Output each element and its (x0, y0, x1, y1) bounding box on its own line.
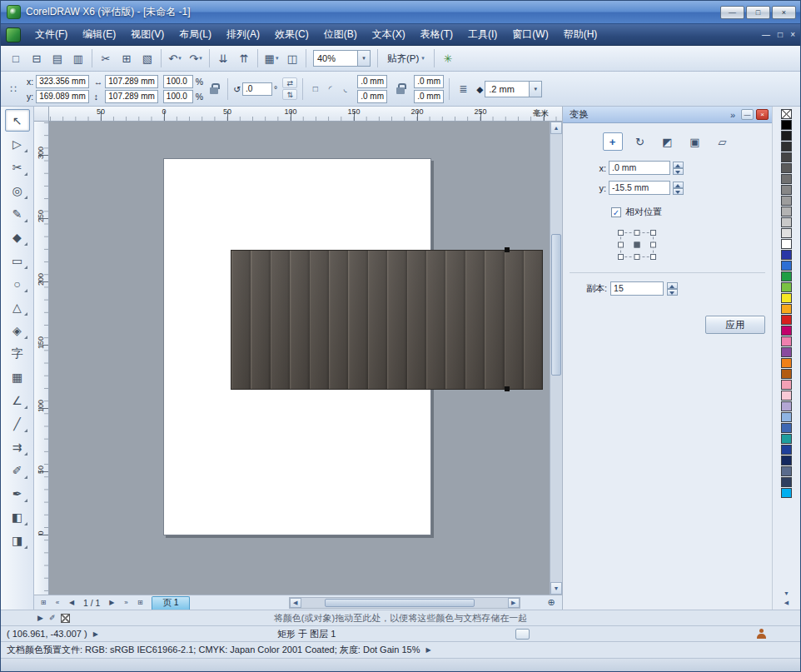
next-page-button[interactable]: ▶ (105, 597, 118, 609)
add-page-button[interactable]: ⊞ (37, 597, 50, 609)
chamfered-corner-button[interactable]: ◟ (338, 82, 352, 95)
menu-bitmaps[interactable]: 位图(B) (316, 24, 365, 45)
corner-radius-bl-field[interactable]: .0 mm (357, 90, 387, 103)
copies-spinner[interactable] (667, 282, 678, 296)
vertical-scrollbar[interactable]: ▲ ▼ (550, 122, 562, 595)
ruler-origin-button[interactable] (34, 107, 49, 122)
document-palette-flyout-icon[interactable]: ▶ (37, 614, 43, 622)
minimize-button[interactable]: — (720, 6, 744, 19)
shape-tool[interactable]: ▷ (5, 132, 30, 155)
color-swatch[interactable] (781, 217, 792, 227)
color-swatch[interactable] (781, 380, 792, 390)
drawing-canvas[interactable] (49, 122, 550, 595)
menu-file[interactable]: 文件(F) (27, 24, 75, 45)
color-swatch[interactable] (781, 477, 792, 487)
color-swatch[interactable] (781, 271, 792, 281)
color-swatch[interactable] (781, 196, 792, 206)
color-swatch[interactable] (781, 282, 792, 292)
color-swatch[interactable] (781, 228, 792, 238)
cut-button[interactable]: ✂ (96, 48, 116, 68)
undo-button[interactable]: ↶ (165, 48, 185, 68)
scroll-right-button[interactable]: ▶ (508, 598, 520, 608)
color-swatch[interactable] (781, 488, 792, 498)
selection-handle[interactable] (505, 247, 510, 252)
relative-position-checkbox[interactable]: ✓ (611, 207, 621, 217)
copy-button[interactable]: ⊞ (117, 48, 137, 68)
dimension-tool[interactable]: ∠ (5, 389, 30, 411)
color-swatch[interactable] (781, 455, 792, 465)
text-tool[interactable]: 字 (5, 342, 30, 365)
color-swatch[interactable] (781, 423, 792, 433)
first-page-button[interactable]: « (51, 597, 64, 609)
zoom-level-value[interactable]: 40% (314, 53, 357, 63)
color-swatch[interactable] (781, 466, 792, 476)
app-launcher-button[interactable]: ▦ (261, 48, 281, 68)
color-swatch[interactable] (781, 131, 792, 141)
anchor-bottom-center[interactable] (634, 254, 640, 260)
palette-scroll-down-button[interactable]: ▼ (781, 589, 793, 597)
outline-width-value[interactable]: .2 mm (485, 84, 529, 94)
object-y-field[interactable]: 169.089 mm (36, 90, 89, 103)
color-swatch[interactable] (781, 412, 792, 422)
docker-close-button[interactable]: × (756, 109, 769, 120)
color-swatch[interactable] (781, 401, 792, 411)
color-swatch[interactable] (781, 163, 792, 173)
selected-rectangle-object[interactable] (231, 250, 543, 390)
table-tool[interactable]: ▦ (5, 366, 30, 388)
basic-shapes-tool[interactable]: ◈ (5, 319, 30, 341)
color-swatch[interactable] (781, 239, 792, 249)
anchor-middle-right[interactable] (650, 242, 656, 248)
last-page-button[interactable]: » (119, 597, 132, 609)
round-corner-button[interactable]: □ (308, 82, 322, 95)
coordinates-flyout-icon[interactable]: ▶ (93, 630, 98, 638)
transform-size-tab[interactable]: ▣ (685, 132, 705, 151)
crop-tool[interactable]: ✂ (5, 156, 30, 178)
color-swatch[interactable] (781, 358, 792, 368)
anchor-center[interactable] (634, 242, 640, 248)
color-swatch[interactable] (781, 445, 792, 455)
vertical-scroll-track[interactable] (550, 134, 562, 582)
anchor-top-right[interactable] (650, 230, 656, 236)
scale-h-field[interactable]: 100.0 (163, 75, 193, 88)
redo-button[interactable]: ↷ (186, 48, 206, 68)
paste-button[interactable]: ▧ (137, 48, 157, 68)
ellipse-tool[interactable]: ○ (5, 272, 30, 295)
scale-v-field[interactable]: 100.0 (163, 90, 193, 103)
menu-view[interactable]: 视图(V) (123, 24, 172, 45)
color-swatch[interactable] (781, 347, 792, 357)
color-swatch[interactable] (781, 261, 792, 271)
rotation-angle-field[interactable]: .0 (242, 82, 272, 96)
vertical-ruler[interactable]: 300 250 200 150 100 50 0 (34, 122, 49, 595)
transform-skew-tab[interactable]: ▱ (713, 132, 733, 151)
transform-y-spinner[interactable] (673, 182, 684, 195)
docker-minimize-button[interactable]: — (741, 109, 754, 120)
color-swatch[interactable] (781, 174, 792, 184)
mirror-horizontal-button[interactable]: ⇄ (282, 77, 297, 88)
nudge-offset-icon[interactable]: ∷ (5, 81, 22, 97)
color-swatch[interactable] (781, 315, 792, 325)
blend-tool[interactable]: ⇉ (5, 436, 30, 458)
anchor-bottom-left[interactable] (618, 254, 624, 260)
color-swatch[interactable] (781, 293, 792, 303)
color-swatch[interactable] (781, 152, 792, 162)
interactive-fill-tool[interactable]: ◨ (5, 529, 30, 551)
fill-tool[interactable]: ◧ (5, 505, 30, 528)
menu-window[interactable]: 窗口(W) (505, 24, 555, 45)
close-button[interactable]: × (772, 6, 796, 19)
menu-tools[interactable]: 工具(I) (460, 24, 505, 45)
horizontal-ruler[interactable]: 50 0 50 100 150 200 250 毫米 (49, 107, 562, 122)
wrap-text-button[interactable]: ≣ (455, 81, 471, 97)
scroll-up-button[interactable]: ▲ (550, 122, 562, 134)
save-button[interactable]: ▤ (47, 48, 67, 68)
color-swatch[interactable] (781, 120, 792, 130)
color-swatch[interactable] (781, 185, 792, 195)
print-button[interactable]: ▥ (68, 48, 88, 68)
rectangle-tool[interactable]: ▭ (5, 249, 30, 271)
color-swatch[interactable] (781, 250, 792, 260)
add-page-button[interactable]: ⊞ (133, 597, 147, 609)
transform-x-spinner[interactable] (673, 162, 684, 175)
options-button[interactable]: ✳ (438, 48, 458, 68)
snap-to-button[interactable]: 贴齐(P) (381, 49, 430, 67)
transform-x-field[interactable]: .0 mm (609, 161, 670, 175)
page-tab[interactable]: 页 1 (152, 596, 189, 610)
